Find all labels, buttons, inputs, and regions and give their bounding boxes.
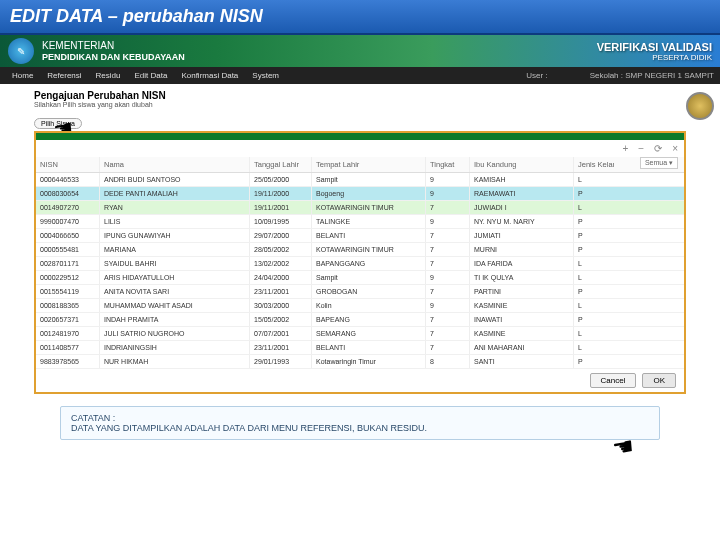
cell-jk: L [574,327,614,340]
cell-ibu: INAWATI [470,313,574,326]
cell-tk: 7 [426,341,470,354]
ministry-line2: PENDIDIKAN DAN KEBUDAYAAN [42,52,185,62]
col-ibu[interactable]: Ibu Kandung [470,157,574,172]
ok-button[interactable]: OK [642,373,676,388]
cell-tmp: BELANTI [312,341,426,354]
table-row[interactable]: 9990007470LILIS10/09/1995TALINGKE9NY. NY… [36,215,684,229]
cell-nama: MARIANA [100,243,250,256]
cell-ibu: SANTI [470,355,574,368]
table-row[interactable]: 0015554119ANITA NOVITA SARI23/11/2001GRO… [36,285,684,299]
cell-tgl: 25/05/2000 [250,173,312,186]
menu-system[interactable]: System [246,69,285,82]
cell-tmp: Kolin [312,299,426,312]
cell-tgl: 24/04/2000 [250,271,312,284]
cell-jk: L [574,341,614,354]
cell-tgl: 13/02/2002 [250,257,312,270]
cell-ibu: KASMINIE [470,299,574,312]
table-row[interactable]: 0006446533ANDRI BUDI SANTOSO25/05/2000Sa… [36,173,684,187]
cell-nama: JULI SATRIO NUGROHO [100,327,250,340]
table-row[interactable]: 0012481970JULI SATRIO NUGROHO07/07/2001S… [36,327,684,341]
table-row[interactable]: 0011408577INDRIANINGSIH23/11/2001BELANTI… [36,341,684,355]
cell-tgl: 15/05/2002 [250,313,312,326]
table-row[interactable]: 0000555481MARIANA28/05/2002KOTAWARINGIN … [36,243,684,257]
cell-tmp: BELANTI [312,229,426,242]
table-row[interactable]: 0028701171SYAIDUL BAHRI13/02/2002BAPANGG… [36,257,684,271]
table-row[interactable]: 0008188365MUHAMMAD WAHIT ASADI30/03/2000… [36,299,684,313]
menu-edit-data[interactable]: Edit Data [129,69,174,82]
cell-ibu: MURNI [470,243,574,256]
vv-line2: PESERTA DIDIK [597,53,712,62]
window-icons: + − ⟳ × [36,140,684,157]
cell-nama: DEDE PANTI AMALIAH [100,187,250,200]
menu-referensi[interactable]: Referensi [41,69,87,82]
col-tingkat[interactable]: Tingkat [426,157,470,172]
cell-ibu: KAMISAH [470,173,574,186]
refresh-icon[interactable]: ⟳ [654,143,662,154]
cell-jk: L [574,299,614,312]
col-jk[interactable]: Jenis Kelamin [574,157,614,172]
cell-nisn: 0006446533 [36,173,100,186]
cell-nisn: 0004066650 [36,229,100,242]
cell-jk: P [574,243,614,256]
cell-tgl: 29/01/1993 [250,355,312,368]
cell-nisn: 0008030654 [36,187,100,200]
col-tgl[interactable]: Tanggal Lahir [250,157,312,172]
menu-residu[interactable]: Residu [90,69,127,82]
cell-nisn: 0008188365 [36,299,100,312]
cell-tk: 9 [426,187,470,200]
title-bar: EDIT DATA – perubahan NISN [0,0,720,35]
cancel-button[interactable]: Cancel [590,373,637,388]
cell-jk: P [574,187,614,200]
cell-tgl: 30/03/2000 [250,299,312,312]
col-nama[interactable]: Nama [100,157,250,172]
table-row[interactable]: 0020657371INDAH PRAMITA15/05/2002BAPEANG… [36,313,684,327]
cell-tmp: Sampit [312,271,426,284]
cell-tmp: Kotawaringin Timur [312,355,426,368]
cell-tk: 7 [426,285,470,298]
filter-semua[interactable]: Semua ▾ [640,157,678,169]
app-header: ✎ KEMENTERIAN PENDIDIKAN DAN KEBUDAYAAN … [0,35,720,67]
cell-ibu: TI IK QULYA [470,271,574,284]
table-row[interactable]: 0004066650IPUNG GUNAWIYAH29/07/2000BELAN… [36,229,684,243]
col-nisn[interactable]: NISN [36,157,100,172]
cell-ibu: JUWIADI I [470,201,574,214]
user-label: User : [526,71,547,80]
cell-nisn: 0000555481 [36,243,100,256]
minus-icon[interactable]: − [638,143,644,154]
cell-tk: 9 [426,299,470,312]
menu-home[interactable]: Home [6,69,39,82]
cell-tmp: KOTAWARINGIN TIMUR [312,243,426,256]
table-body: 0006446533ANDRI BUDI SANTOSO25/05/2000Sa… [36,173,684,369]
note-body: DATA YANG DITAMPILKAN ADALAH DATA DARI M… [71,423,649,433]
cell-tk: 7 [426,201,470,214]
col-tempat[interactable]: Tempat Lahir [312,157,426,172]
pilih-siswa-button[interactable]: Pilih Siswa [34,118,82,129]
close-icon[interactable]: × [672,143,678,154]
cell-ibu: RAEMAWATI [470,187,574,200]
cell-nama: MUHAMMAD WAHIT ASADI [100,299,250,312]
crest-badge-icon [686,92,714,120]
cell-jk: L [574,257,614,270]
cell-tmp: BAPANGGANG [312,257,426,270]
table-row[interactable]: 9883978565NUR HIKMAH29/01/1993Kotawaring… [36,355,684,369]
table-row[interactable]: 0008030654DEDE PANTI AMALIAH19/11/2000Bo… [36,187,684,201]
cell-tmp: Bogoeng [312,187,426,200]
page-body: Pengajuan Perubahan NISN Silahkan Pilih … [0,84,720,131]
button-row: Cancel OK [36,369,684,392]
cell-nama: ANDRI BUDI SANTOSO [100,173,250,186]
cell-tgl: 19/11/2000 [250,187,312,200]
table-row[interactable]: 0014907270RYAN19/11/2001KOTAWARINGIN TIM… [36,201,684,215]
cell-nama: ANITA NOVITA SARI [100,285,250,298]
cell-jk: L [574,173,614,186]
table-frame: + − ⟳ × NISN Nama Tanggal Lahir Tempat L… [34,131,686,394]
cell-nisn: 0015554119 [36,285,100,298]
cell-tmp: KOTAWARINGIN TIMUR [312,201,426,214]
add-icon[interactable]: + [622,143,628,154]
cell-tk: 8 [426,355,470,368]
panel-header-bar [36,133,684,140]
menu-konfirmasi[interactable]: Konfirmasi Data [175,69,244,82]
table-row[interactable]: 0000229512ARIS HIDAYATULLOH24/04/2000Sam… [36,271,684,285]
cell-jk: P [574,285,614,298]
cell-tgl: 07/07/2001 [250,327,312,340]
cell-nama: ARIS HIDAYATULLOH [100,271,250,284]
